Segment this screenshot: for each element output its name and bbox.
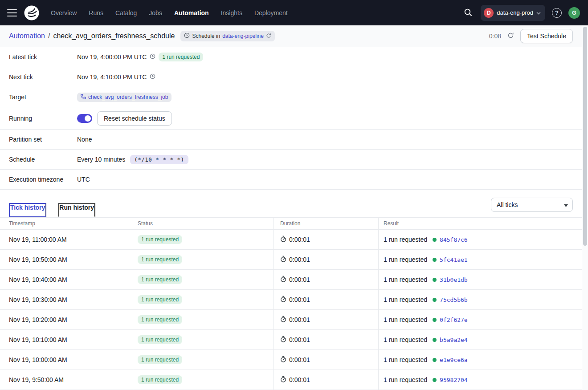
tick-table-header: Timestamp Status Duration Result — [0, 218, 582, 230]
nav-item-automation[interactable]: Automation — [174, 9, 209, 16]
schedule-interval-value: Every 10 minutes — [77, 156, 125, 163]
page-title: check_avg_orders_freshness_schdule — [53, 32, 175, 40]
stopwatch-icon — [280, 376, 286, 384]
stopwatch-icon — [280, 276, 286, 284]
tick-result-text: 1 run requested — [384, 376, 427, 383]
nav-item-jobs[interactable]: Jobs — [149, 9, 162, 16]
header-result: Result — [384, 220, 399, 227]
tick-duration-value: 0:00:01 — [289, 376, 310, 383]
target-job-name: check_avg_orders_freshness_job — [88, 94, 168, 100]
clock-icon — [150, 53, 155, 61]
user-avatar[interactable]: G — [568, 7, 580, 19]
tick-timestamp: Nov 19, 10:10:00 AM — [9, 336, 67, 343]
stopwatch-icon — [280, 316, 286, 324]
detail-row-running: Running Reset schedule status — [0, 107, 582, 130]
nav-item-runs[interactable]: Runs — [89, 9, 103, 16]
latest-tick-value: Nov 19, 4:00:00 PM UTC — [77, 53, 147, 61]
tick-status-badge: 1 run requested — [138, 315, 182, 324]
detail-row-target: Target check_avg_orders_freshness_job — [0, 87, 582, 107]
tab-tick-history[interactable]: Tick history — [9, 203, 46, 217]
tick-filter-select[interactable]: All ticks — [491, 198, 573, 212]
job-icon — [81, 94, 86, 101]
header-actions: 0:08 Test Schedule — [489, 29, 573, 43]
partition-set-value: None — [77, 136, 92, 143]
tick-duration-value: 0:00:01 — [289, 316, 310, 323]
tick-run-link[interactable]: 845f87c6 — [440, 236, 468, 243]
clock-icon — [184, 32, 190, 40]
refresh-icon-small[interactable] — [266, 33, 271, 40]
tick-result-text: 1 run requested — [384, 356, 427, 363]
tick-result-text: 1 run requested — [384, 336, 427, 343]
tick-row: Nov 19, 11:00:00 AM 1 run requested 0:00… — [0, 230, 582, 250]
page-header: Automation / check_avg_orders_freshness_… — [0, 25, 582, 47]
nav-item-overview[interactable]: Overview — [51, 9, 77, 16]
detail-row-next-tick: Next tick Nov 19, 4:10:00 PM UTC — [0, 67, 582, 87]
page-scrollbar — [582, 25, 588, 390]
search-icon — [464, 8, 472, 18]
tick-result-text: 1 run requested — [384, 316, 427, 323]
tick-timestamp: Nov 19, 10:00:00 AM — [9, 356, 67, 363]
nav-right: D data-eng-prod ? G — [462, 5, 580, 21]
tick-run-link[interactable]: 5fc41ae1 — [440, 256, 468, 263]
stopwatch-icon — [280, 356, 286, 364]
tick-result-text: 1 run requested — [384, 276, 427, 283]
running-toggle[interactable] — [77, 114, 92, 123]
timezone-value: UTC — [77, 176, 90, 183]
tick-duration-value: 0:00:01 — [289, 336, 310, 343]
tick-status-badge: 1 run requested — [138, 355, 182, 364]
breadcrumb-automation-link[interactable]: Automation — [9, 32, 45, 40]
detail-label: Running — [9, 115, 77, 122]
tick-row: Nov 19, 10:40:00 AM 1 run requested 0:00… — [0, 270, 582, 290]
run-status-dot — [433, 238, 437, 242]
run-status-dot — [433, 318, 437, 322]
tick-timestamp: Nov 19, 10:20:00 AM — [9, 316, 67, 323]
tick-run-link[interactable]: 75cd5b6b — [440, 297, 468, 303]
stopwatch-icon — [280, 336, 286, 344]
menu-button[interactable] — [7, 9, 17, 16]
tick-row: Nov 19, 10:20:00 AM 1 run requested 0:00… — [0, 310, 582, 330]
tick-duration-value: 0:00:01 — [289, 276, 310, 283]
tick-run-link[interactable]: 0f2f627e — [440, 317, 468, 323]
detail-row-timezone: Execution timezone UTC — [0, 170, 582, 190]
help-button[interactable]: ? — [552, 8, 562, 18]
schedule-badge: Schedule in data-eng-pipeline — [180, 31, 274, 41]
detail-label: Partition set — [9, 136, 77, 143]
nav-item-catalog[interactable]: Catalog — [115, 9, 137, 16]
tick-run-link[interactable]: 95982704 — [440, 377, 468, 383]
tick-timestamp: Nov 19, 10:30:00 AM — [9, 296, 67, 303]
tick-run-link[interactable]: b5a9a2e4 — [440, 337, 468, 343]
tick-duration-value: 0:00:01 — [289, 236, 310, 243]
tick-timestamp: Nov 19, 10:40:00 AM — [9, 276, 67, 283]
run-status-dot — [433, 258, 437, 262]
pipeline-link[interactable]: data-eng-pipeline — [222, 33, 264, 39]
tick-timestamp: Nov 19, 9:50:00 AM — [9, 376, 64, 383]
help-icon: ? — [555, 9, 559, 16]
deployment-avatar: D — [484, 8, 494, 18]
test-schedule-button[interactable]: Test Schedule — [520, 29, 573, 43]
deployment-name: data-eng-prod — [497, 9, 533, 16]
tick-run-link[interactable]: e1e9ce6a — [440, 357, 468, 363]
detail-row-schedule: Schedule Every 10 minutes (*/10 * * * *) — [0, 150, 582, 170]
tick-table-body: Nov 19, 11:00:00 AM 1 run requested 0:00… — [0, 230, 582, 390]
scrollbar-thumb[interactable] — [583, 27, 587, 246]
tab-run-history[interactable]: Run history — [58, 203, 95, 217]
refresh-button[interactable] — [506, 31, 515, 41]
tick-status-badge: 1 run requested — [138, 335, 182, 344]
tick-row: Nov 19, 10:50:00 AM 1 run requested 0:00… — [0, 250, 582, 270]
tick-history-table: Timestamp Status Duration Result Nov 19,… — [0, 217, 582, 390]
reset-schedule-status-button[interactable]: Reset schedule status — [97, 111, 172, 126]
tick-timestamp: Nov 19, 11:00:00 AM — [9, 236, 67, 243]
run-status-dot — [433, 378, 437, 382]
clock-icon — [150, 73, 155, 81]
tick-timestamp: Nov 19, 10:50:00 AM — [9, 256, 67, 263]
page-content: Automation / check_avg_orders_freshness_… — [0, 25, 582, 390]
latest-tick-status-badge: 1 run requested — [159, 53, 203, 61]
deployment-switcher[interactable]: D data-eng-prod — [481, 5, 545, 21]
nav-item-deployment[interactable]: Deployment — [254, 9, 288, 16]
stopwatch-icon — [280, 236, 286, 244]
search-button[interactable] — [462, 6, 474, 20]
tick-run-link[interactable]: 31b0e1db — [440, 276, 468, 283]
target-job-chip[interactable]: check_avg_orders_freshness_job — [77, 93, 172, 102]
nav-item-insights[interactable]: Insights — [221, 9, 242, 16]
top-nav: OverviewRunsCatalogJobsAutomationInsight… — [0, 0, 588, 25]
